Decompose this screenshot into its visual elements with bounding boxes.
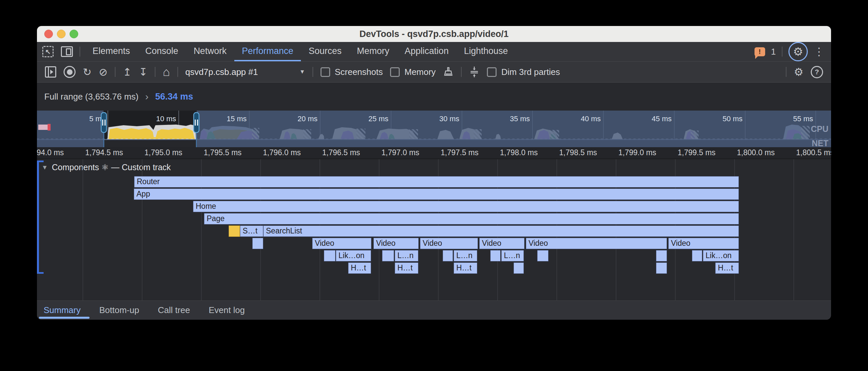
separator <box>786 67 786 77</box>
tab-memory[interactable]: Memory <box>349 42 397 61</box>
live-metrics-button[interactable]: ⌂ <box>163 66 170 78</box>
details-tab-bottom-up[interactable]: Bottom-up <box>99 305 139 315</box>
download-profile-button[interactable]: ↧ <box>139 67 148 77</box>
dim-3rd-parties-checkbox[interactable] <box>487 67 497 77</box>
flame-bar[interactable]: Video <box>420 238 478 249</box>
toggle-sidebar-button[interactable] <box>45 66 56 78</box>
range-handle-right[interactable] <box>194 113 199 133</box>
memory-option[interactable]: Memory <box>390 67 436 77</box>
net-lane-label: NET <box>812 139 828 147</box>
flame-bar[interactable]: H…t <box>454 262 477 274</box>
minimap-time-label: 20 ms <box>298 115 317 123</box>
flame-bar[interactable]: Video <box>373 238 419 249</box>
screenshots-checkbox[interactable] <box>320 67 330 77</box>
upload-profile-button[interactable]: ↥ <box>123 67 131 77</box>
flame-bar[interactable]: App <box>134 189 739 200</box>
dim-3rd-parties-option[interactable]: Dim 3rd parties <box>487 67 560 77</box>
separator <box>312 67 313 77</box>
capture-settings-button[interactable]: ⚙ <box>794 66 803 77</box>
collect-garbage-button[interactable] <box>443 66 454 77</box>
time-ruler: 1,794.0 ms1,794.5 ms1,795.0 ms1,795.5 ms… <box>37 147 831 159</box>
inspect-element-button[interactable]: ↖ <box>42 46 54 57</box>
tab-network[interactable]: Network <box>186 42 234 61</box>
ruler-label: 1,799.0 ms <box>618 148 656 157</box>
flame-bar[interactable] <box>324 250 336 261</box>
breadcrumb-full-range[interactable]: Full range (3,653.76 ms) <box>44 92 138 102</box>
collapse-sanity-button[interactable] <box>469 66 479 78</box>
panel-tabs: ElementsConsoleNetworkPerformanceSources… <box>85 42 516 61</box>
network-request-bar <box>38 124 48 130</box>
ruler-label: 1,796.0 ms <box>263 148 301 157</box>
screenshots-option[interactable]: Screenshots <box>320 67 383 77</box>
ruler-label: 1,795.0 ms <box>145 148 182 157</box>
performance-toolbar: ↻ ⊘ ↥ ↧ ⌂ qsvd7p.csb.app #1 ▼ Screenshot… <box>37 62 831 83</box>
tab-application[interactable]: Application <box>397 42 456 61</box>
more-options-button[interactable]: ⋮ <box>814 45 825 58</box>
handle-grip <box>195 119 196 125</box>
error-count: 1 <box>771 47 776 57</box>
garbage-brush-icon <box>443 66 454 77</box>
devtools-window: DevTools - qsvd7p.csb.app/video/1 ↖ Elem… <box>37 26 831 320</box>
ruler-label: 1,794.0 ms <box>37 148 64 157</box>
timeline-breadcrumb: Full range (3,653.76 ms) › 56.34 ms <box>37 83 831 111</box>
error-badge-icon[interactable]: ! <box>754 47 765 56</box>
flame-bar[interactable] <box>514 262 524 274</box>
flame-bar[interactable]: Video <box>526 238 667 249</box>
minimap-time-label: 25 ms <box>368 115 389 123</box>
memory-checkbox[interactable] <box>390 67 400 77</box>
flame-bar[interactable]: Home <box>193 201 739 212</box>
timeline-minimap[interactable]: 5 ms10 ms15 ms20 ms25 ms30 ms35 ms40 ms4… <box>37 111 831 147</box>
track-header[interactable]: ▼ Components ⚛ — Custom track <box>41 163 171 172</box>
settings-button[interactable]: ⚙ <box>788 42 808 61</box>
tab-console[interactable]: Console <box>138 42 186 61</box>
tab-lighthouse[interactable]: Lighthouse <box>456 42 516 61</box>
record-button[interactable] <box>64 66 75 78</box>
range-handle-left[interactable] <box>101 113 106 133</box>
tab-performance[interactable]: Performance <box>234 42 301 61</box>
flame-bar[interactable] <box>656 262 667 274</box>
flame-bar[interactable]: Lik…on <box>703 250 739 261</box>
flame-bar[interactable]: H…t <box>395 262 418 274</box>
details-tab-summary[interactable]: Summary <box>43 305 81 315</box>
details-tabbar: SummaryBottom-upCall treeEvent log <box>37 301 831 320</box>
flame-bar[interactable] <box>692 250 702 261</box>
tab-elements[interactable]: Elements <box>85 42 138 61</box>
window-titlebar[interactable]: DevTools - qsvd7p.csb.app/video/1 <box>37 26 831 42</box>
flame-bar[interactable]: L…n <box>501 250 524 261</box>
flame-bar[interactable]: H…t <box>715 262 739 274</box>
clear-button[interactable]: ⊘ <box>99 67 107 77</box>
flame-bar[interactable] <box>537 250 549 261</box>
help-icon: ? <box>811 66 823 78</box>
flame-bar[interactable]: SearchList <box>263 225 739 237</box>
flame-bar[interactable] <box>490 250 501 261</box>
breadcrumb-selection[interactable]: 56.34 ms <box>155 92 193 102</box>
minimap-time-label: 55 ms <box>793 115 813 123</box>
flame-bar[interactable]: Video <box>312 238 371 249</box>
flame-bar[interactable] <box>229 225 240 237</box>
minimap-time-label: 50 ms <box>722 115 743 123</box>
panel-left-icon <box>45 66 56 78</box>
flame-bar[interactable] <box>382 250 394 261</box>
flame-bar[interactable]: S…t <box>240 225 263 237</box>
flame-chart[interactable]: ▼ Components ⚛ — Custom track RouterAppH… <box>37 159 831 301</box>
flame-bar[interactable] <box>443 250 453 261</box>
flame-bar[interactable]: Video <box>668 238 739 249</box>
flame-bar[interactable]: Router <box>134 176 739 188</box>
tab-sources[interactable]: Sources <box>301 42 349 61</box>
flame-bar[interactable]: L…n <box>454 250 477 261</box>
flame-bar[interactable]: L…n <box>395 250 418 261</box>
flame-bar[interactable]: Page <box>204 213 739 225</box>
details-tab-call-tree[interactable]: Call tree <box>158 305 190 315</box>
flame-bar[interactable]: Lik…on <box>336 250 371 261</box>
help-button[interactable]: ? <box>811 66 823 78</box>
device-toolbar-button[interactable] <box>61 46 73 57</box>
ruler-label: 1,795.5 ms <box>204 148 242 157</box>
flame-bar[interactable]: H…t <box>348 262 371 274</box>
reload-and-record-button[interactable]: ↻ <box>83 67 92 77</box>
details-tab-event-log[interactable]: Event log <box>209 305 245 315</box>
flame-bar[interactable]: Video <box>479 238 525 249</box>
history-dropdown[interactable]: qsvd7p.csb.app #1 ▼ <box>185 67 305 77</box>
flame-bar[interactable] <box>656 250 667 261</box>
ruler-label: 1,796.5 ms <box>322 148 360 157</box>
flame-bar[interactable] <box>252 238 263 249</box>
